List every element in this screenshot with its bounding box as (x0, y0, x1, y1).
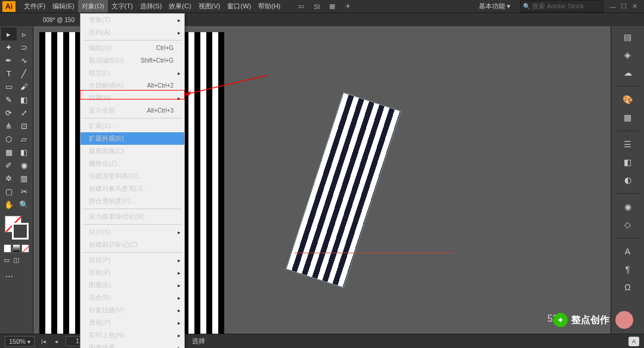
zoom-select[interactable]: 150% ▾ (5, 336, 35, 347)
right-panel: ▤ ◈ ☁ 🎨 ▦ ☰ ◧ ◐ ◉ ◇ A ¶ Ω (611, 26, 644, 334)
symbol-sprayer-tool[interactable]: ✲ (1, 172, 17, 185)
gradient-tool[interactable]: ◧ (17, 145, 32, 159)
maximize-button[interactable]: ☐ (619, 2, 628, 11)
magic-wand-tool[interactable]: ✦ (1, 41, 17, 54)
menu-item-封套扭曲V[interactable]: 封套扭曲(V) (80, 304, 184, 316)
menu-item-路径P[interactable]: 路径(P) (80, 254, 184, 266)
menu-item-拼合透明度F[interactable]: 拼合透明度(F)... (80, 195, 184, 207)
eraser-tool[interactable]: ◧ (17, 93, 32, 106)
artboard-tool[interactable]: ▢ (1, 185, 17, 198)
arrange-icon[interactable]: ▦ (327, 1, 338, 12)
layers-panel-icon[interactable]: ◈ (620, 48, 636, 62)
menu-编辑[interactable]: 编辑(E) (49, 0, 78, 13)
swatches-panel-icon[interactable]: ▦ (620, 110, 636, 125)
eyedropper-tool[interactable]: ✐ (1, 159, 17, 172)
gradient-panel-icon[interactable]: ◧ (620, 155, 636, 169)
menu-效果[interactable]: 效果(C) (165, 0, 194, 13)
close-button[interactable]: ✕ (630, 2, 639, 11)
menu-item-形状P[interactable]: 形状(P) (80, 266, 184, 279)
document-tab[interactable]: 008* @ 150 (36, 15, 82, 25)
gradient-mode-swatch[interactable] (13, 244, 20, 253)
menu-item-混合B[interactable]: 混合(B) (80, 291, 184, 304)
toolbox: ▸▹ ✦⊃ ✒∿ T╱ ▭🖌 ✎◧ ⟳⤢ ⋔⊡ ⬡▱ ▦◧ ✐◉ ✲▥ ▢✂ ✋… (0, 26, 33, 334)
slice-tool[interactable]: ✂ (17, 185, 32, 198)
menubar: Ai 文件(F)编辑(E)对象(O)文字(T)选择(S)效果(C)视图(V)窗口… (0, 0, 644, 13)
menu-item-切片S[interactable]: 切片(S) (80, 226, 184, 238)
stock-icon[interactable]: St (311, 1, 322, 12)
menu-窗口[interactable]: 窗口(W) (224, 0, 255, 13)
graph-tool[interactable]: ▥ (17, 172, 32, 185)
menu-item-创建裁切标记C[interactable]: 创建裁切标记(C) (80, 238, 184, 251)
shape-builder-tool[interactable]: ⬡ (1, 132, 17, 145)
rectangle-tool[interactable]: ▭ (1, 80, 17, 93)
menu-文件[interactable]: 文件(F) (20, 0, 49, 13)
hand-tool[interactable]: ✋ (1, 198, 17, 211)
annotation-line (295, 253, 453, 253)
type-panel-icon[interactable]: A (620, 244, 636, 259)
line-tool[interactable]: ╱ (17, 67, 32, 80)
menu-item-透视P[interactable]: 透视(P) (80, 316, 184, 329)
stroke-panel-icon[interactable]: ☰ (620, 137, 636, 151)
menu-item-隐藏H[interactable]: 隐藏(H) (80, 92, 184, 104)
properties-panel-icon[interactable]: ▤ (620, 30, 636, 44)
graphic-styles-panel-icon[interactable]: ◇ (620, 218, 636, 232)
menu-视图[interactable]: 视图(V) (195, 0, 224, 13)
menu-帮助[interactable]: 帮助(H) (255, 0, 284, 13)
type-tool[interactable]: T (1, 67, 17, 80)
menu-items-container: 文件(F)编辑(E)对象(O)文字(T)选择(S)效果(C)视图(V)窗口(W)… (20, 0, 284, 13)
screen-mode-normal[interactable]: ▭ (4, 256, 12, 265)
none-mode-swatch[interactable] (21, 244, 29, 253)
menu-文字[interactable]: 文字(T) (108, 0, 137, 13)
selected-object[interactable] (287, 93, 401, 287)
menu-item-栅格化Z[interactable]: 栅格化(Z)... (80, 157, 184, 170)
libraries-panel-icon[interactable]: ☁ (620, 66, 636, 80)
lasso-tool[interactable]: ⊃ (17, 41, 32, 54)
menu-item-全部解锁K[interactable]: 全部解锁(K)Alt+Ctrl+2 (80, 79, 184, 92)
curvature-tool[interactable]: ∿ (17, 54, 32, 67)
edit-toolbar[interactable]: ⋯ (1, 269, 17, 282)
workspace-switcher[interactable]: 基本功能 ▾ (474, 1, 515, 12)
prev-artboard-button[interactable]: ◂ (52, 337, 61, 346)
perspective-tool[interactable]: ▱ (17, 132, 32, 145)
shaper-tool[interactable]: ✎ (1, 93, 17, 106)
free-transform-tool[interactable]: ⊡ (17, 119, 32, 132)
menu-item-实时上色N[interactable]: 实时上色(N) (80, 329, 184, 341)
search-input[interactable]: 🔍 搜索 Adobe Stock (520, 0, 603, 13)
minimize-button[interactable]: — (608, 2, 618, 11)
menu-item-扩展外观E[interactable]: 扩展外观(E) (80, 132, 184, 145)
menu-item-取消编组U[interactable]: 取消编组(U)Shift+Ctrl+G (80, 54, 184, 67)
transparency-panel-icon[interactable]: ◐ (620, 173, 636, 187)
color-panel-icon[interactable]: 🎨 (620, 92, 636, 107)
first-artboard-button[interactable]: |◂ (39, 337, 48, 346)
appearance-panel-icon[interactable]: ◉ (620, 200, 636, 214)
menu-对象[interactable]: 对象(O) (78, 0, 108, 13)
direct-selection-tool[interactable]: ▹ (17, 27, 32, 41)
zoom-tool[interactable]: 🔍 (17, 198, 32, 211)
color-mode-swatch[interactable] (4, 244, 11, 253)
stroke-swatch[interactable] (12, 223, 29, 240)
screen-mode-full[interactable]: ◫ (13, 256, 21, 265)
menu-item-排列A[interactable]: 排列(A) (80, 26, 184, 39)
scale-tool[interactable]: ⤢ (17, 106, 32, 119)
glyphs-panel-icon[interactable]: ¶ (620, 262, 636, 276)
opentype-panel-icon[interactable]: Ω (620, 280, 636, 294)
menu-item-显示全部: 显示全部Alt+Ctrl+3 (80, 104, 184, 117)
blend-tool[interactable]: ◉ (17, 159, 32, 172)
bridge-icon[interactable]: ▭ (296, 1, 306, 12)
selection-tool[interactable]: ▸ (1, 27, 17, 41)
gpu-icon[interactable]: ✈ (342, 1, 353, 12)
menu-选择[interactable]: 选择(S) (137, 0, 166, 13)
artboard-nav-badge[interactable]: A (628, 337, 639, 346)
paintbrush-tool[interactable]: 🖌 (17, 80, 32, 93)
color-picker[interactable] (1, 213, 32, 243)
menu-item-设为像素级优化M[interactable]: 设为像素级优化(M) (80, 210, 184, 223)
menu-item-锁定L[interactable]: 锁定(L) (80, 67, 184, 79)
menu-item-图像描摹[interactable]: 图像描摹 (80, 341, 184, 348)
mesh-tool[interactable]: ▦ (1, 145, 17, 159)
width-tool[interactable]: ⋔ (1, 119, 17, 132)
menu-item-创建渐变网格D[interactable]: 创建渐变网格(D)... (80, 170, 184, 182)
menu-item-变换T[interactable]: 变换(T) (80, 14, 184, 26)
pen-tool[interactable]: ✒ (1, 54, 17, 67)
menu-item-图案E[interactable]: 图案(E) (80, 279, 184, 291)
rotate-tool[interactable]: ⟳ (1, 106, 17, 119)
